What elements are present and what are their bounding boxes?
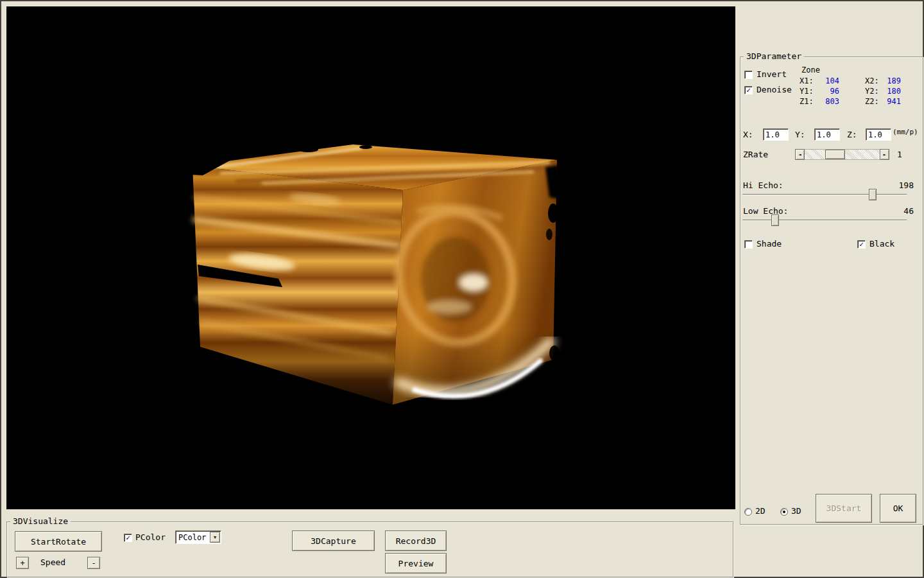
shade-checkbox[interactable] (744, 240, 753, 249)
dropdown-arrow-button[interactable]: ▼ (210, 532, 220, 543)
mode-3d-radio[interactable] (780, 508, 788, 516)
zrate-value: 1 (897, 150, 902, 160)
low-echo-slider-thumb[interactable] (771, 215, 779, 226)
zone-y2-value: 180 (883, 86, 901, 96)
scale-unit-label: (mm/p) (893, 127, 918, 137)
denoise-label: Denoise (757, 85, 792, 95)
pcolor-dropdown[interactable]: PColor ▼ (175, 530, 221, 544)
invert-label: Invert (757, 69, 787, 80)
zrate-scrollbar[interactable]: ◄ ► (795, 149, 889, 160)
record3d-button[interactable]: Record3D (385, 530, 447, 551)
low-echo-slider-track[interactable] (742, 220, 907, 221)
3dstart-button[interactable]: 3DStart (816, 494, 872, 523)
zone-z1-label: Z1: (800, 96, 814, 107)
zone-x2-label: X2: (865, 76, 879, 86)
pcolor-checkbox[interactable]: ✓ (124, 534, 132, 542)
hi-echo-slider-thumb[interactable] (869, 189, 877, 200)
chevron-down-icon: ▼ (214, 535, 216, 540)
zrate-scroll-track[interactable] (805, 149, 880, 160)
invert-checkbox[interactable] (744, 71, 753, 79)
hi-echo-value: 198 (887, 180, 914, 191)
render-viewport[interactable] (6, 6, 735, 509)
hi-echo-label: Hi Echo: (743, 180, 783, 191)
zone-x2-value: 189 (883, 76, 901, 86)
start-rotate-button[interactable]: StartRotate (15, 531, 102, 552)
check-icon: ✓ (126, 534, 130, 541)
ok-button[interactable]: OK (880, 494, 916, 523)
speed-plus-button[interactable]: + (16, 557, 29, 569)
zone-title: Zone (801, 65, 820, 75)
zone-x1-label: X1: (800, 76, 814, 86)
zone-x1-value: 104 (817, 76, 839, 86)
zone-z1-value: 803 (817, 96, 839, 107)
pcolor-label: PColor (135, 532, 166, 543)
scale-y-input[interactable] (814, 128, 840, 141)
zrate-scroll-left-button[interactable]: ◄ (795, 149, 805, 160)
arrow-left-icon: ◄ (798, 152, 801, 157)
scale-x-label: X: (743, 130, 753, 140)
low-echo-value: 46 (887, 206, 914, 216)
zone-y2-label: Y2: (865, 86, 879, 96)
mode-3d-label: 3D (791, 506, 801, 516)
mode-2d-label: 2D (755, 506, 766, 516)
preview-button[interactable]: Preview (385, 553, 447, 574)
zrate-label: ZRate (743, 150, 768, 160)
3dcapture-button[interactable]: 3DCapture (292, 530, 375, 551)
mode-2d-radio[interactable] (744, 508, 752, 516)
denoise-checkbox[interactable]: ✓ (744, 86, 753, 94)
app-window: 3DParameter Invert ✓ Denoise Zone X1: 10… (0, 0, 924, 578)
scale-z-input[interactable] (866, 128, 891, 141)
zrate-scroll-right-button[interactable]: ► (880, 149, 889, 160)
visualize-groupbox-title: 3DVisualize (10, 516, 71, 527)
check-icon: ✓ (859, 241, 864, 248)
shade-label: Shade (757, 239, 782, 249)
scale-y-label: Y: (795, 130, 805, 140)
scale-z-label: Z: (847, 130, 857, 140)
volume-render-3d (6, 6, 735, 509)
speed-minus-button[interactable]: - (87, 557, 100, 569)
scale-x-input[interactable] (763, 128, 789, 141)
visualize-groupbox: 3DVisualize StartRotate ✓ PColor PColor … (6, 521, 733, 577)
zone-z2-value: 941 (883, 96, 901, 107)
black-label: Black (869, 239, 894, 249)
param-groupbox-title: 3DParameter (744, 51, 804, 62)
zone-z2-label: Z2: (865, 96, 879, 107)
hi-echo-slider-track[interactable] (742, 194, 907, 195)
zone-y1-value: 96 (817, 86, 839, 96)
check-icon: ✓ (746, 87, 751, 94)
zrate-scroll-thumb[interactable] (825, 150, 845, 159)
param-groupbox: 3DParameter Invert ✓ Denoise Zone X1: 10… (740, 57, 923, 525)
arrow-right-icon: ► (883, 152, 886, 157)
zone-y1-label: Y1: (800, 86, 814, 96)
speed-label: Speed (40, 557, 65, 568)
black-checkbox[interactable]: ✓ (857, 240, 866, 249)
pcolor-dropdown-value: PColor (176, 533, 209, 542)
low-echo-label: Low Echo: (743, 206, 788, 216)
